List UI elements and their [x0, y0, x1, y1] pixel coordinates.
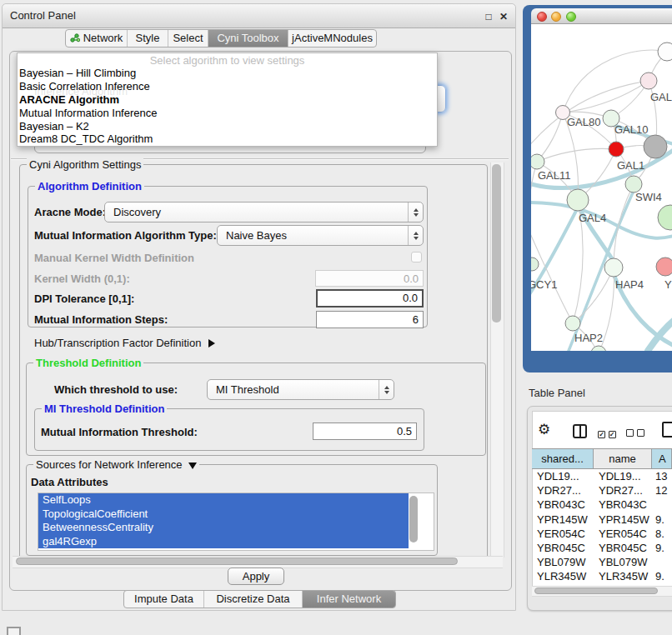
algorithm-option-mutual-information[interactable]: Mutual Information Inference: [19, 107, 434, 120]
partial-corner-widget[interactable]: [7, 627, 21, 635]
table-row[interactable]: YBR045C YBR045C 9.: [532, 541, 672, 555]
settings-vertical-scrollbar-thumb[interactable]: [492, 164, 501, 322]
which-threshold-value: MI Threshold: [216, 383, 279, 396]
attribute-item[interactable]: BetweennessCentrality: [38, 521, 409, 535]
control-panel-titlebar[interactable]: Control Panel □ ✕: [3, 4, 515, 28]
network-node-gal4[interactable]: [567, 189, 589, 211]
table-row[interactable]: YER054C YER054C 8.: [532, 527, 672, 541]
minimize-traffic-light-icon[interactable]: [551, 12, 561, 22]
tab-impute-data[interactable]: Impute Data: [124, 591, 204, 608]
close-traffic-light-icon[interactable]: [537, 12, 547, 22]
table-header-row: shared... name A: [532, 448, 672, 469]
collapse-arrow-icon: [188, 462, 197, 469]
stepper-arrows-icon[interactable]: [408, 226, 423, 245]
network-edge[interactable]: [531, 224, 573, 323]
network-node-hap2[interactable]: [565, 316, 580, 331]
algorithm-option-aracne[interactable]: ARACNE Algorithm: [19, 93, 434, 107]
table-row[interactable]: YDR27... YDR27... 12: [532, 483, 672, 498]
column-header-name[interactable]: name: [594, 449, 652, 468]
attribute-item[interactable]: SelfLoops: [38, 493, 409, 508]
mi-algorithm-type-combobox[interactable]: Naive Bayes: [217, 225, 424, 246]
network-node[interactable]: [591, 346, 606, 351]
network-node[interactable]: [644, 135, 667, 158]
cell-value: 9.: [652, 569, 672, 583]
mi-steps-field[interactable]: 6: [316, 311, 424, 328]
which-threshold-combobox[interactable]: MI Threshold: [207, 379, 394, 400]
table-row[interactable]: YDL19... YDL19... 13: [532, 469, 672, 483]
manual-kernel-width-checkbox[interactable]: [411, 252, 422, 262]
cell-value: 9.: [652, 512, 672, 527]
cell-shared-name: YBR043C: [532, 498, 594, 512]
columns-icon[interactable]: [573, 424, 587, 438]
stepper-arrows-icon[interactable]: [379, 380, 394, 399]
deselect-all-checkboxes-icon[interactable]: [626, 427, 644, 439]
table-row[interactable]: YLR345W YLR345W 9.: [532, 569, 672, 583]
cell-shared-name: YLR345W: [532, 569, 594, 583]
tab-label: jActiveMNodules: [292, 32, 373, 44]
attribute-item[interactable]: TopologicalCoefficient: [38, 508, 409, 522]
network-node-gal11[interactable]: [531, 154, 544, 169]
tab-label: Style: [136, 32, 160, 44]
mi-threshold-field[interactable]: 0.5: [313, 422, 417, 440]
gear-icon[interactable]: ⚙: [538, 421, 550, 438]
network-node-gal[interactable]: [640, 72, 657, 89]
network-edge[interactable]: [531, 162, 537, 264]
algorithm-option-bayesian-k2[interactable]: Bayesian – K2: [19, 120, 434, 133]
float-window-icon[interactable]: □: [483, 11, 494, 22]
tab-cyni-toolbox[interactable]: Cyni Toolbox: [208, 30, 288, 47]
tab-network[interactable]: Network: [66, 30, 128, 47]
list-scrollbar-thumb[interactable]: [409, 496, 418, 542]
cell-name: YBR043C: [594, 498, 652, 512]
kernel-width-field[interactable]: 0.0: [315, 270, 424, 287]
network-edge[interactable]: [563, 81, 649, 112]
tab-style[interactable]: Style: [128, 30, 168, 47]
network-node-y[interactable]: [656, 258, 672, 276]
algorithm-option-basic-correlation[interactable]: Basic Correlation Inference: [19, 80, 434, 93]
network-node-swi4[interactable]: [625, 176, 642, 192]
tab-jactivemnodules[interactable]: jActiveMNodules: [288, 30, 376, 47]
stepper-arrows-icon[interactable]: [408, 202, 423, 222]
import-table-icon[interactable]: [662, 422, 672, 438]
cell-name: YER054C: [594, 527, 652, 541]
data-attributes-listbox[interactable]: SelfLoopsTopologicalCoefficientBetweenne…: [38, 492, 434, 551]
attribute-item[interactable]: gal4RGexp: [38, 535, 409, 549]
table-row[interactable]: YBR043C YBR043C: [532, 498, 672, 512]
group-title: Algorithm Definition: [35, 180, 144, 192]
network-node-hap4[interactable]: [604, 258, 623, 277]
node-label: HAP4: [615, 278, 644, 291]
select-all-checkboxes-icon[interactable]: ✓ ✓: [598, 427, 616, 439]
hub-definition-expander[interactable]: Hub/Transcription Factor Definition: [34, 337, 215, 349]
table-row[interactable]: YBL079W YBL079W: [532, 555, 672, 569]
apply-button[interactable]: Apply: [228, 568, 284, 585]
network-node[interactable]: [658, 205, 672, 230]
dropdown-placeholder: Select algorithm to view settings: [18, 54, 437, 67]
cell-value: [652, 555, 672, 569]
algorithm-option-dream8[interactable]: Dream8 DC_TDC Algorithm: [19, 132, 434, 146]
table-horizontal-scrollbar-thumb[interactable]: [534, 588, 658, 594]
node-label: GAL10: [614, 123, 648, 136]
column-header-partial[interactable]: A: [652, 449, 672, 468]
data-attributes-label: Data Attributes: [31, 476, 108, 488]
tab-discretize-data[interactable]: Discretize Data: [204, 591, 303, 608]
sources-group-title[interactable]: Sources for Network Inference: [33, 458, 199, 471]
tab-select[interactable]: Select: [168, 30, 208, 47]
table-row[interactable]: YPR145W YPR145W 9.: [532, 512, 672, 527]
bottom-tabs: Impute Data Discretize Data Infer Networ…: [123, 590, 396, 608]
dpi-tolerance-field[interactable]: 0.0: [316, 289, 424, 308]
settings-horizontal-scrollbar-thumb[interactable]: [16, 558, 458, 565]
cell-name: YBL079W: [594, 555, 652, 569]
zoom-traffic-light-icon[interactable]: [566, 12, 576, 22]
sources-title-label: Sources for Network Inference: [36, 458, 183, 471]
cell-name: YDL19...: [594, 469, 652, 483]
algorithm-option-bayesian-hill-climbing[interactable]: Bayesian – Hill Climbing: [19, 67, 434, 80]
network-node-gal1[interactable]: [609, 142, 624, 157]
network-node-gcy1[interactable]: [531, 258, 539, 271]
tab-label: Network: [83, 32, 123, 44]
network-node[interactable]: [658, 42, 672, 61]
network-canvas[interactable]: GALGAL80GAL10GAL1GAL11SWI4GAL4GCY1HAP4YH…: [531, 24, 672, 351]
column-header-shared-name[interactable]: shared...: [532, 449, 594, 468]
aracne-mode-combobox[interactable]: Discovery: [104, 202, 424, 222]
close-window-icon[interactable]: ✕: [498, 11, 509, 22]
cell-value: 12: [652, 483, 672, 498]
tab-infer-network[interactable]: Infer Network: [303, 591, 395, 608]
